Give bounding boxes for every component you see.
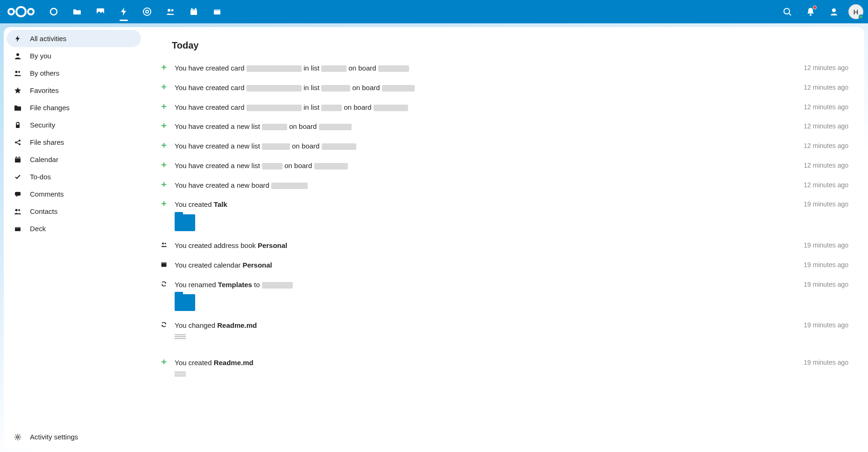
- activity-settings[interactable]: Activity settings: [7, 428, 141, 445]
- sidebar-item-file-shares[interactable]: File shares: [7, 134, 141, 151]
- by-you-icon: [13, 52, 22, 60]
- sidebar-label: File shares: [30, 138, 64, 146]
- sidebar-item-deck[interactable]: Deck: [7, 220, 141, 237]
- app-talk[interactable]: [135, 0, 159, 23]
- activity-time: 19 minutes ago: [804, 281, 848, 288]
- app-activity[interactable]: [112, 0, 135, 23]
- contacts-icon: [13, 208, 22, 215]
- file-icon[interactable]: [175, 372, 193, 386]
- app-files[interactable]: [65, 0, 89, 23]
- sidebar-label: File changes: [30, 104, 70, 112]
- svg-point-21: [18, 71, 20, 73]
- redacted-value: [322, 143, 356, 150]
- avatar-initial: H: [854, 8, 859, 16]
- app-deck[interactable]: [205, 0, 229, 23]
- activity-row: You have created card in list on board 1…: [158, 78, 850, 98]
- notifications-button[interactable]: [799, 0, 822, 23]
- app-contacts[interactable]: [159, 0, 182, 23]
- file-icon[interactable]: [175, 334, 193, 348]
- activity-body: You have created a new list on board: [175, 141, 791, 151]
- activity-time: 19 minutes ago: [804, 241, 848, 249]
- all-icon: [13, 35, 22, 42]
- sidebar-item-security[interactable]: Security: [7, 116, 141, 134]
- activity-text: You created address book Personal: [175, 240, 791, 251]
- main-content: Today You have created card in list on b…: [144, 27, 864, 448]
- sidebar-item-by-others[interactable]: By others: [7, 64, 141, 82]
- activity-bold: Talk: [214, 200, 227, 208]
- svg-point-37: [17, 436, 19, 438]
- activity-bold: Templates: [218, 281, 252, 289]
- activity-body: You have created a new list on board: [175, 121, 791, 132]
- app-dashboard[interactable]: [42, 0, 65, 23]
- sidebar-item-file-changes[interactable]: File changes: [7, 99, 141, 116]
- folder-icon[interactable]: [175, 294, 195, 311]
- svg-point-6: [146, 10, 148, 13]
- activity-time: 12 minutes ago: [804, 142, 848, 149]
- activity-time: 19 minutes ago: [804, 321, 848, 329]
- svg-point-5: [143, 8, 151, 15]
- redacted-value: [262, 163, 282, 170]
- logo[interactable]: [7, 4, 35, 19]
- sidebar-item-todos[interactable]: To-dos: [7, 168, 141, 185]
- svg-rect-36: [15, 227, 21, 228]
- sidebar-item-comments[interactable]: Comments: [7, 185, 141, 203]
- favorites-icon: [13, 87, 22, 94]
- svg-rect-29: [15, 157, 21, 159]
- activity-time: 12 minutes ago: [804, 162, 848, 169]
- sidebar-label: Contacts: [30, 207, 57, 215]
- sidebar-label: Deck: [30, 225, 46, 233]
- plus-icon: [160, 84, 168, 90]
- activity-text: You have created a new list on board: [175, 141, 791, 151]
- svg-point-54: [162, 243, 164, 245]
- activity-list: You have created card in list on board 1…: [158, 58, 850, 390]
- activity-body: You have created a new list on board: [175, 161, 791, 171]
- redacted-value: [374, 105, 408, 111]
- activity-text: You have created a new board: [175, 180, 791, 191]
- plus-icon: [160, 103, 168, 110]
- plus-icon: [160, 181, 168, 188]
- activity-text: You created Talk: [175, 199, 791, 210]
- user-menu[interactable]: H: [848, 4, 863, 19]
- svg-point-25: [19, 143, 21, 145]
- folder-icon[interactable]: [175, 214, 195, 231]
- activity-row: You created Talk19 minutes ago: [158, 195, 850, 236]
- sidebar-label: To-dos: [30, 173, 51, 181]
- plus-icon: [160, 359, 168, 365]
- app-photos[interactable]: [89, 0, 112, 23]
- sidebar-label: Comments: [30, 190, 64, 198]
- sidebar-item-favorites[interactable]: Favorites: [7, 82, 141, 99]
- activity-bold: Personal: [258, 241, 287, 249]
- contacts-menu-button[interactable]: [822, 0, 846, 23]
- sidebar-item-by-you[interactable]: By you: [7, 47, 141, 64]
- redacted-value: [378, 65, 409, 72]
- sidebar-item-all[interactable]: All activities: [7, 30, 141, 47]
- sidebar-item-calendar[interactable]: Calendar: [7, 151, 141, 168]
- svg-rect-31: [19, 156, 20, 158]
- activity-text: You changed Readme.md: [175, 320, 791, 331]
- activity-body: You created address book Personal: [175, 240, 791, 251]
- activity-text: You have created a new list on board: [175, 161, 791, 171]
- refresh-icon: [160, 321, 168, 328]
- plus-icon: [160, 200, 168, 207]
- redacted-value: [319, 124, 352, 130]
- sidebar: All activitiesBy youBy othersFavoritesFi…: [4, 27, 144, 448]
- sidebar-label: Favorites: [30, 86, 59, 94]
- redacted-value: [262, 143, 290, 150]
- plus-icon: [160, 142, 168, 148]
- search-button[interactable]: [776, 0, 799, 23]
- activity-text: You renamed Templates to: [175, 280, 791, 290]
- activity-bold: Personal: [242, 261, 272, 269]
- activity-body: You have created card in list on board: [175, 83, 791, 93]
- sidebar-item-contacts[interactable]: Contacts: [7, 203, 141, 220]
- activity-row: You have created card in list on board 1…: [158, 98, 850, 117]
- activity-row: You have created a new list on board 12 …: [158, 136, 850, 156]
- svg-rect-30: [16, 156, 17, 158]
- security-icon: [13, 121, 22, 129]
- notification-dot: [813, 6, 817, 9]
- plus-icon: [160, 162, 168, 168]
- calendar-icon: [160, 261, 168, 268]
- todos-icon: [13, 173, 22, 181]
- activity-row: You have created a new list on board 12 …: [158, 117, 850, 136]
- app-calendar[interactable]: [182, 0, 205, 23]
- svg-rect-22: [16, 125, 20, 128]
